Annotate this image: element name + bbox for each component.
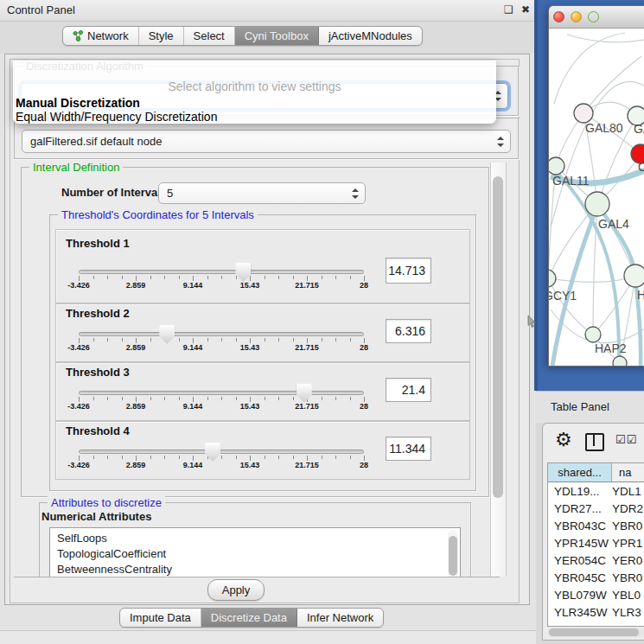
- cell-name: YDL1: [612, 485, 641, 498]
- list-item[interactable]: SelfLoops: [50, 528, 460, 546]
- tab-style[interactable]: Style: [139, 27, 184, 45]
- main-scrollbar[interactable]: [490, 163, 507, 577]
- thresholds-group-title: Threshold's Coordinates for 5 Intervals: [58, 208, 258, 221]
- column-layout-icon[interactable]: [585, 433, 604, 451]
- tab-select[interactable]: Select: [184, 27, 235, 45]
- cell-name: YER0: [612, 554, 642, 567]
- tab-impute-data[interactable]: Impute Data: [120, 609, 201, 627]
- tick-label: 28: [360, 461, 368, 469]
- slider-track[interactable]: [79, 450, 364, 454]
- network-node[interactable]: [624, 265, 644, 287]
- zoom-traffic-light-icon[interactable]: [588, 11, 599, 22]
- network-node[interactable]: [549, 270, 556, 287]
- table-row[interactable]: YDR27...YDR2: [548, 500, 644, 517]
- table-row[interactable]: YPR145WYPR1: [548, 534, 644, 552]
- column-header-name[interactable]: na: [612, 463, 644, 481]
- network-node-label[interactable]: HAP2: [595, 341, 627, 355]
- table-row[interactable]: YLR345WYLR3: [548, 603, 644, 621]
- close-traffic-light-icon[interactable]: [553, 11, 564, 22]
- list-item[interactable]: BetweennessCentrality: [50, 562, 460, 577]
- network-canvas[interactable]: GAL80GACGAL11GAL4GCY1HHAP2: [549, 29, 644, 366]
- tick-label: 2.859: [126, 281, 146, 290]
- numerical-attributes-list[interactable]: SelfLoopsTopologicalCoefficientBetweenne…: [49, 527, 461, 577]
- combo-arrows-icon: [497, 137, 504, 147]
- cell-name: YLR3: [612, 606, 641, 619]
- table-row[interactable]: YBL079WYBL0: [548, 586, 644, 603]
- table-row[interactable]: YBR043CYBR0: [548, 517, 644, 534]
- threshold-value-field[interactable]: 11.344: [386, 437, 431, 461]
- tick-label: 21.715: [295, 343, 319, 352]
- table-row[interactable]: YIL052CYIL0: [548, 621, 644, 627]
- network-node-label[interactable]: GA: [634, 122, 644, 136]
- network-node-label[interactable]: H: [637, 288, 644, 302]
- tab-cyni-toolbox[interactable]: Cyni Toolbox: [235, 27, 319, 45]
- network-node-label[interactable]: GAL80: [585, 121, 623, 135]
- tick-label: 2.859: [126, 343, 146, 352]
- tab-discretize-data[interactable]: Discretize Data: [201, 609, 297, 627]
- slider-track[interactable]: [79, 270, 364, 274]
- select-checkboxes-icon[interactable]: ☑☑: [615, 433, 637, 446]
- dropdown-item-manual[interactable]: Manual Discretization: [16, 96, 140, 110]
- network-node[interactable]: [613, 356, 627, 366]
- interval-definition-title: Interval Definition: [29, 163, 123, 174]
- tick-mark: [150, 456, 151, 459]
- tab-infer-network[interactable]: Infer Network: [297, 609, 383, 627]
- tick-label: 28: [360, 402, 368, 411]
- table-row[interactable]: YDL19...YDL1: [548, 482, 644, 500]
- tick-mark: [335, 338, 336, 341]
- tab-network[interactable]: Network: [63, 27, 139, 45]
- network-node[interactable]: [574, 104, 593, 123]
- apply-button[interactable]: Apply: [207, 579, 265, 601]
- tick-mark: [293, 338, 294, 341]
- tick-label: 15.43: [240, 461, 260, 469]
- close-icon[interactable]: ✖: [521, 3, 530, 16]
- tick-mark: [93, 276, 94, 279]
- top-tabs: NetworkStyleSelectCyni ToolboxjActiveMNo…: [62, 26, 423, 46]
- tick-mark: [335, 276, 336, 279]
- table-hscrollbar-thumb[interactable]: [549, 628, 639, 636]
- slider-tick-labels: -3.4262.8599.14415.4321.71528: [79, 281, 364, 291]
- float-window-icon[interactable]: ❑: [504, 3, 513, 16]
- tick-mark: [93, 338, 94, 341]
- tab-jactivemnodules[interactable]: jActiveMNodules: [319, 27, 422, 45]
- network-window-titlebar[interactable]: [549, 6, 644, 29]
- table-data-combobox[interactable]: galFiltered.sif default node: [22, 130, 511, 153]
- tick-mark: [221, 338, 222, 341]
- network-node-label[interactable]: GCY1: [549, 289, 577, 303]
- network-node[interactable]: [585, 192, 609, 216]
- table-row[interactable]: YBR045CYBR0: [548, 569, 644, 586]
- num-intervals-combobox[interactable]: 5: [158, 182, 366, 204]
- minimize-traffic-light-icon[interactable]: [571, 11, 582, 22]
- tick-mark: [107, 276, 108, 279]
- table-hscrollbar[interactable]: [547, 628, 644, 637]
- table-data-group: Table Data galFiltered.sif default node: [14, 118, 519, 159]
- threshold-value-field[interactable]: 6.316: [386, 319, 431, 343]
- slider-track[interactable]: [79, 391, 364, 395]
- network-node-label[interactable]: C: [638, 160, 644, 174]
- dropdown-item-equal-width[interactable]: Equal Width/Frequency Discretization: [16, 110, 217, 124]
- thresholds-group: Threshold's Coordinates for 5 Intervals …: [49, 214, 476, 491]
- tick-label: 15.43: [240, 343, 260, 352]
- tick-label: 21.715: [295, 402, 319, 411]
- control-panel-titlebar: Control Panel ❑ ✖: [0, 0, 536, 22]
- threshold-value-field[interactable]: 21.4: [386, 378, 431, 402]
- num-intervals-label: Number of Intervals: [61, 186, 167, 199]
- gear-icon[interactable]: ⚙: [555, 429, 572, 451]
- main-scrollbar-thumb[interactable]: [493, 176, 503, 498]
- tab-label: Style: [149, 29, 174, 42]
- list-scrollbar[interactable]: [448, 530, 458, 577]
- table-row[interactable]: YER054CYER0: [548, 552, 644, 569]
- list-scrollbar-thumb[interactable]: [449, 536, 457, 576]
- slider-track[interactable]: [79, 332, 364, 336]
- network-node-label[interactable]: GAL11: [552, 174, 590, 188]
- network-node-label[interactable]: GAL4: [598, 217, 629, 231]
- cell-shared-name: YDL19...: [548, 485, 612, 498]
- network-node[interactable]: [549, 157, 564, 175]
- network-view-window[interactable]: GAL80GACGAL11GAL4GCY1HHAP2: [548, 5, 644, 367]
- network-node[interactable]: [585, 327, 601, 342]
- column-header-shared[interactable]: shared...: [548, 463, 612, 481]
- node-table[interactable]: shared... na YDL19...YDL1YDR27...YDR2YBR…: [547, 462, 644, 627]
- threshold-value-field[interactable]: 14.713: [386, 258, 431, 284]
- list-item[interactable]: TopologicalCoefficient: [50, 546, 460, 562]
- tick-label: 9.144: [183, 343, 203, 352]
